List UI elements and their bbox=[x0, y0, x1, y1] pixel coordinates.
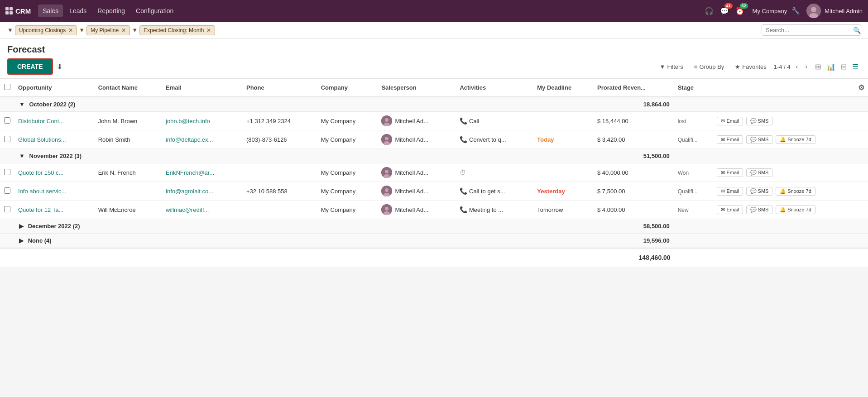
col-stage[interactable]: Stage bbox=[674, 79, 714, 97]
row-prorated-r5: $ 4,000.00 bbox=[594, 201, 674, 219]
row-email-r1[interactable]: john.b@tech.info bbox=[162, 112, 243, 130]
group-label-oct[interactable]: ▼ October 2022 (2) bbox=[14, 97, 594, 112]
group-label-nov[interactable]: ▼ November 2022 (3) bbox=[14, 149, 594, 163]
row-activity-r5[interactable]: 📞 Meeting to ... bbox=[456, 201, 533, 219]
filters-button[interactable]: ▼ Filters bbox=[656, 62, 687, 72]
select-all-header[interactable] bbox=[0, 79, 14, 97]
clock-icon-btn[interactable]: ⏰ 52 bbox=[734, 5, 746, 17]
col-company[interactable]: Company bbox=[317, 79, 378, 97]
nav-sales[interactable]: Sales bbox=[38, 5, 63, 17]
sms-btn-r2[interactable]: 💬 SMS bbox=[746, 135, 773, 144]
nav-leads[interactable]: Leads bbox=[65, 5, 91, 17]
col-deadline[interactable]: My Deadline bbox=[533, 79, 594, 97]
group-total-none: 19,596.00 bbox=[594, 234, 674, 249]
wrench-icon[interactable]: 🔧 bbox=[791, 7, 800, 15]
row-activity-r1[interactable]: 📞 Call bbox=[456, 112, 533, 130]
email-btn-r2[interactable]: ✉ Email bbox=[717, 135, 743, 144]
group-expand-oct[interactable]: ▼ bbox=[19, 101, 25, 108]
filter-tag-upcoming[interactable]: Upcoming Closings ✕ bbox=[15, 25, 77, 35]
group-label-dec[interactable]: ▶ December 2022 (2) bbox=[14, 219, 594, 234]
row-email-r2[interactable]: info@deltapc.ex... bbox=[162, 130, 243, 149]
row-checkbox-r2[interactable] bbox=[0, 130, 14, 149]
col-prorated[interactable]: Prorated Reven... bbox=[594, 79, 674, 97]
snooze-btn-r5[interactable]: 🔔 Snooze 7d bbox=[776, 206, 815, 214]
row-checkbox-r3[interactable] bbox=[0, 163, 14, 182]
row-salesperson-r3: Mitchell Ad... bbox=[378, 163, 456, 182]
nav-reporting[interactable]: Reporting bbox=[93, 5, 129, 17]
activity-phone-icon-r1: 📞 bbox=[460, 117, 467, 124]
search-icon[interactable]: 🔍 bbox=[853, 27, 861, 34]
row-opportunity-r2[interactable]: Global Solutions... bbox=[14, 130, 95, 149]
row-opportunity-r1[interactable]: Distributor Cont... bbox=[14, 112, 95, 130]
group-expand-none[interactable]: ▶ bbox=[19, 237, 24, 244]
company-name[interactable]: My Company bbox=[753, 8, 787, 14]
create-button[interactable]: CREATE bbox=[7, 58, 53, 75]
grand-total-value: 148,460.00 bbox=[594, 248, 674, 267]
nav-configuration[interactable]: Configuration bbox=[131, 5, 178, 17]
row-opportunity-r5[interactable]: Quote for 12 Ta... bbox=[14, 201, 95, 219]
chart-view-btn[interactable]: 📊 bbox=[824, 61, 838, 72]
select-all-checkbox[interactable] bbox=[4, 84, 10, 90]
row-opportunity-r3[interactable]: Quote for 150 c... bbox=[14, 163, 95, 182]
list-view-btn[interactable]: ☰ bbox=[850, 61, 861, 72]
row-checkbox-r5[interactable] bbox=[0, 201, 14, 219]
kanban-view-btn[interactable]: ⊞ bbox=[813, 61, 823, 72]
snooze-btn-r4[interactable]: 🔔 Snooze 7d bbox=[776, 187, 815, 196]
column-settings-icon[interactable]: ⚙ bbox=[858, 84, 864, 91]
col-phone[interactable]: Phone bbox=[243, 79, 317, 97]
favorites-button[interactable]: ★ Favorites bbox=[731, 62, 770, 72]
star-icon: ★ bbox=[735, 63, 740, 70]
row-checkbox-r4[interactable] bbox=[0, 182, 14, 201]
group-label-none[interactable]: ▶ None (4) bbox=[14, 234, 594, 249]
row-email-r4[interactable]: info@agrolait.co... bbox=[162, 182, 243, 201]
filter-upcoming-close[interactable]: ✕ bbox=[68, 27, 73, 33]
table-row: Distributor Cont... John M. Brown john.b… bbox=[0, 112, 868, 130]
filter-funnel-icon: ▼ bbox=[7, 27, 13, 33]
email-btn-r1[interactable]: ✉ Email bbox=[717, 117, 743, 125]
row-actions-r1: ✉ Email 💬 SMS bbox=[713, 112, 868, 130]
sms-btn-r3[interactable]: 💬 SMS bbox=[746, 168, 773, 177]
row-email-r5[interactable]: willmac@rediff... bbox=[162, 201, 243, 219]
group-total-nov: 51,500.00 bbox=[594, 149, 674, 163]
col-opportunity[interactable]: Opportunity bbox=[14, 79, 95, 97]
email-btn-r5[interactable]: ✉ Email bbox=[717, 206, 743, 214]
sms-btn-r5[interactable]: 💬 SMS bbox=[746, 206, 773, 214]
download-icon[interactable]: ⬇ bbox=[57, 62, 62, 71]
user-menu[interactable]: Mitchell Admin bbox=[806, 4, 863, 18]
support-icon-btn[interactable]: 🎧 bbox=[703, 5, 715, 17]
sms-btn-r4[interactable]: 💬 SMS bbox=[746, 187, 773, 196]
row-checkbox-r1[interactable] bbox=[0, 112, 14, 130]
table-row: Quote for 12 Ta... Will McEncroe willmac… bbox=[0, 201, 868, 219]
pager-prev[interactable]: ‹ bbox=[794, 62, 800, 71]
col-contact[interactable]: Contact Name bbox=[95, 79, 162, 97]
group-expand-dec[interactable]: ▶ bbox=[19, 223, 24, 230]
group-extra-none bbox=[674, 234, 868, 249]
groupby-button[interactable]: ≡ Group By bbox=[691, 62, 728, 72]
snooze-btn-r2[interactable]: 🔔 Snooze 7d bbox=[776, 135, 815, 144]
pager-next[interactable]: › bbox=[803, 62, 809, 71]
col-activities[interactable]: Activities bbox=[456, 79, 533, 97]
row-opportunity-r4[interactable]: Info about servic... bbox=[14, 182, 95, 201]
group-extra-oct bbox=[674, 97, 868, 112]
filter-pipeline-close[interactable]: ✕ bbox=[121, 27, 126, 33]
search-input[interactable] bbox=[762, 24, 861, 36]
row-deadline-r5: Tomorrow bbox=[533, 201, 594, 219]
col-salesperson[interactable]: Salesperson bbox=[378, 79, 456, 97]
filter-closing-close[interactable]: ✕ bbox=[206, 27, 211, 33]
col-email[interactable]: Email bbox=[162, 79, 243, 97]
row-email-r3[interactable]: ErikNFrench@ar... bbox=[162, 163, 243, 182]
filter-tag-closing[interactable]: Expected Closing: Month ✕ bbox=[139, 25, 215, 35]
group-expand-nov[interactable]: ▼ bbox=[19, 153, 25, 159]
grid-view-btn[interactable]: ⊟ bbox=[839, 61, 849, 72]
filter-tag-pipeline[interactable]: My Pipeline ✕ bbox=[86, 25, 130, 35]
row-activity-r3[interactable]: ⏱ bbox=[456, 163, 533, 182]
row-stage-r3: Won bbox=[674, 163, 714, 182]
row-activity-r4[interactable]: 📞 Call to get s... bbox=[456, 182, 533, 201]
sms-btn-r1[interactable]: 💬 SMS bbox=[746, 117, 773, 125]
chat-icon-btn[interactable]: 💬 41 bbox=[718, 5, 731, 17]
app-logo[interactable]: CRM bbox=[5, 7, 31, 15]
row-activity-r2[interactable]: 📞 Convert to q... bbox=[456, 130, 533, 149]
email-btn-r4[interactable]: ✉ Email bbox=[717, 187, 743, 196]
row-phone-r1: +1 312 349 2324 bbox=[243, 112, 317, 130]
email-btn-r3[interactable]: ✉ Email bbox=[717, 168, 743, 177]
